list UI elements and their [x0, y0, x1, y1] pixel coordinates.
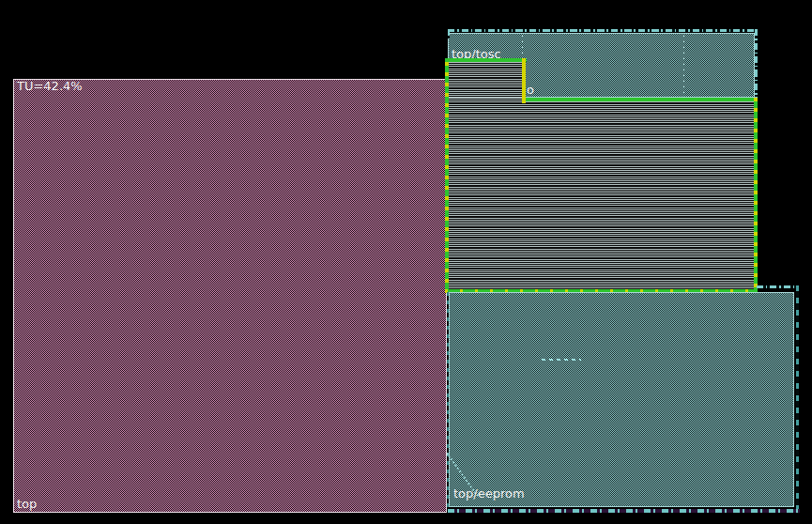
cell-tosc-bbox-top [448, 29, 758, 32]
cell-top-name-label: top [17, 498, 37, 511]
cell-eeprom-bbox-right [796, 285, 799, 514]
cell-eeprom-bbox-left [447, 292, 449, 509]
cell-eeprom-fill [449, 292, 794, 507]
cell-eeprom-bbox-bottom [448, 509, 800, 513]
cell-tosc-bbox-corner-left [448, 29, 450, 39]
boundary-right-edge [754, 98, 758, 293]
instance-array-main[interactable] [448, 98, 757, 289]
boundary-green-mid [523, 98, 758, 101]
layout-viewport: TU=42.4% top top/tosc o top/ee [0, 0, 812, 524]
cell-tosc-bbox-right [755, 29, 758, 98]
cell-top-utilization-label: TU=42.4% [17, 80, 83, 93]
net-dashed-segment [542, 359, 581, 361]
boundary-green-bar-tosc [445, 58, 527, 62]
cell-eeprom-name-label: top/eeprom [453, 487, 525, 501]
boundary-left-edge [445, 62, 449, 293]
wire-yellow-stub[interactable] [522, 58, 526, 103]
cell-eeprom-bbox-top-right [757, 285, 799, 288]
tosc-dotted-guide-2 [683, 35, 684, 98]
cell-top-region[interactable]: TU=42.4% top [13, 79, 447, 513]
port-label-o: o [527, 84, 534, 97]
cell-eeprom-region[interactable]: top/eeprom [447, 285, 800, 515]
